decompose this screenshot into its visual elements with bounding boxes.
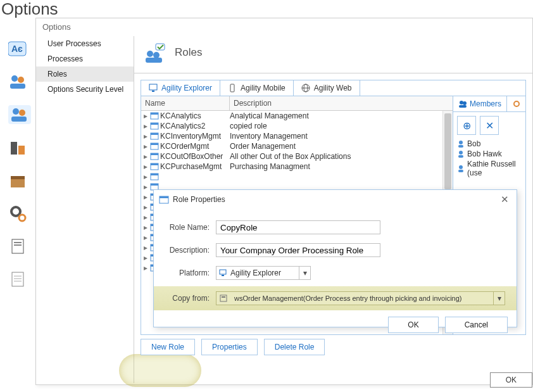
- new-role-button[interactable]: New Role: [141, 339, 195, 355]
- add-member-button[interactable]: ⊕: [457, 116, 476, 135]
- building-icon[interactable]: [8, 138, 27, 157]
- package-icon[interactable]: [8, 171, 27, 190]
- role-name-field[interactable]: [216, 220, 380, 234]
- agility-logo-icon[interactable]: Aє: [8, 39, 27, 58]
- users-icon[interactable]: [8, 72, 27, 91]
- tab-agility-explorer[interactable]: Agility Explorer: [141, 80, 220, 96]
- row-name: KCAnalytics2: [160, 122, 230, 130]
- expand-icon[interactable]: ▸: [141, 243, 150, 252]
- svg-rect-17: [14, 244, 22, 246]
- svg-rect-15: [12, 239, 23, 253]
- nav-item-user-processes[interactable]: User Processes: [36, 36, 134, 51]
- svg-rect-41: [151, 153, 158, 155]
- svg-point-68: [459, 141, 463, 144]
- expand-icon[interactable]: ▸: [141, 213, 150, 222]
- row-desc: Purchasing Managment: [230, 162, 453, 171]
- svg-point-24: [153, 52, 160, 58]
- dialog-ok-button[interactable]: OK: [388, 317, 438, 333]
- expand-icon[interactable]: ▸: [141, 253, 150, 262]
- table-row[interactable]: ▸KCAnalyticsAnalytical Management: [141, 111, 453, 121]
- gears-icon[interactable]: [8, 204, 27, 223]
- svg-rect-26: [149, 84, 157, 90]
- table-row[interactable]: ▸KCInventoryMgmtInventory Management: [141, 131, 453, 141]
- tab-label: Agility Web: [314, 84, 352, 92]
- row-name: KCOrderMgmt: [160, 142, 230, 151]
- expand-icon[interactable]: ▸: [141, 111, 150, 120]
- expand-icon[interactable]: ▸: [141, 132, 150, 141]
- nav-list: User Processes Processes Roles Options S…: [36, 36, 134, 383]
- svg-rect-33: [151, 113, 158, 115]
- tab-label: Agility Explorer: [161, 84, 212, 92]
- table-row[interactable]: ▸KCOutOfBoxOtherAll other Out of the Box…: [141, 151, 453, 161]
- member-item[interactable]: Bob: [453, 139, 525, 149]
- form-icon: [216, 294, 230, 303]
- tab-agility-mobile[interactable]: Agility Mobile: [220, 80, 294, 96]
- expand-icon[interactable]: ▸: [141, 223, 150, 232]
- expand-icon[interactable]: ▸: [141, 203, 150, 212]
- copy-from-label: Copy from:: [165, 294, 216, 303]
- report-icon[interactable]: [8, 237, 27, 256]
- svg-rect-71: [458, 155, 463, 158]
- svg-rect-22: [156, 44, 165, 50]
- users-highlight-icon[interactable]: [8, 105, 27, 124]
- role-item-icon: [150, 162, 160, 171]
- svg-rect-25: [146, 58, 162, 63]
- expand-icon[interactable]: ▸: [141, 162, 150, 171]
- tabs-row: Agility Explorer Agility Mobile Agility …: [141, 80, 526, 96]
- expand-icon[interactable]: ▸: [141, 263, 150, 272]
- nav-item-processes[interactable]: Processes: [36, 51, 134, 66]
- col-header-name[interactable]: Name: [141, 96, 230, 110]
- svg-point-13: [11, 207, 20, 216]
- expand-icon[interactable]: ▸: [141, 193, 150, 201]
- chevron-down-icon[interactable]: ▾: [493, 292, 505, 305]
- svg-rect-28: [230, 84, 234, 92]
- monitor-icon: [149, 84, 158, 92]
- remove-member-button[interactable]: ✕: [480, 116, 499, 135]
- table-row[interactable]: ▸KCPurchaseMgmtPurchasing Managment: [141, 161, 453, 172]
- member-item[interactable]: Bob Hawk: [453, 149, 525, 159]
- svg-rect-45: [151, 174, 158, 175]
- x-icon: ✕: [486, 120, 494, 132]
- footer-ok-button[interactable]: OK: [490, 372, 532, 388]
- nav-item-roles[interactable]: Roles: [36, 66, 134, 82]
- table-row[interactable]: ▸KCOrderMgmtOrder Management: [141, 141, 453, 151]
- expand-icon[interactable]: ▸: [141, 142, 150, 151]
- svg-text:Aє: Aє: [11, 44, 23, 54]
- table-row[interactable]: ▸KCAnalytics2copied role: [141, 121, 453, 131]
- header-title: Roles: [175, 46, 202, 59]
- svg-rect-18: [12, 272, 23, 286]
- members-tab-label: Members: [470, 99, 501, 108]
- expand-icon[interactable]: ▸: [141, 122, 150, 130]
- expand-icon[interactable]: ▸: [141, 152, 150, 161]
- expand-icon[interactable]: ▸: [141, 172, 150, 181]
- svg-point-3: [18, 77, 24, 83]
- dialog-cancel-button[interactable]: Cancel: [445, 317, 508, 333]
- tab-agility-web[interactable]: Agility Web: [294, 80, 360, 96]
- copy-from-select[interactable]: wsOrder Management(Order Process entry t…: [216, 291, 505, 305]
- svg-rect-12: [11, 176, 25, 179]
- row-name: KCAnalytics: [160, 111, 230, 120]
- platform-select[interactable]: Agility Explorer ▾: [216, 266, 311, 280]
- properties-button[interactable]: Properties: [201, 339, 258, 355]
- role-properties-icon: [159, 194, 169, 205]
- document-icon[interactable]: [8, 270, 27, 289]
- scroll-thumb[interactable]: [444, 113, 451, 189]
- svg-rect-35: [151, 123, 158, 125]
- members-tab[interactable]: Members: [453, 96, 506, 111]
- svg-point-6: [13, 108, 19, 115]
- row-name: KCInventoryMgmt: [160, 132, 230, 141]
- members-tab-other[interactable]: [506, 96, 526, 111]
- chevron-down-icon[interactable]: ▾: [299, 267, 310, 279]
- close-icon[interactable]: ✕: [498, 194, 511, 205]
- svg-rect-4: [10, 84, 25, 89]
- nav-item-security-level[interactable]: Options Security Level: [36, 82, 134, 97]
- svg-rect-39: [151, 143, 158, 145]
- table-row[interactable]: ▸: [141, 172, 453, 182]
- description-field[interactable]: [216, 243, 380, 257]
- role-properties-dialog: Role Properties ✕ Role Name: Description…: [153, 189, 517, 327]
- expand-icon[interactable]: ▸: [141, 233, 150, 242]
- col-header-desc[interactable]: Description: [230, 96, 453, 110]
- expand-icon[interactable]: ▸: [141, 182, 150, 191]
- delete-role-button[interactable]: Delete Role: [264, 339, 325, 355]
- member-item[interactable]: Kathie Russell (use: [453, 159, 525, 178]
